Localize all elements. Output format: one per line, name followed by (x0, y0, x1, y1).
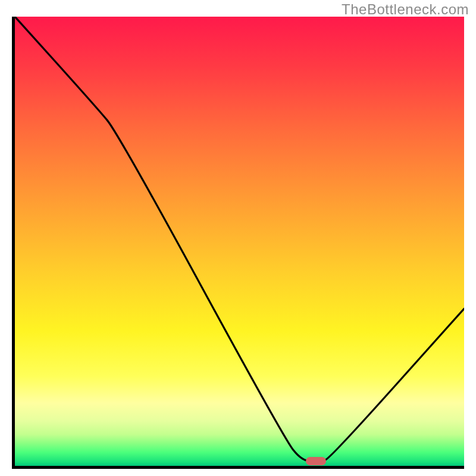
watermark-text: TheBottleneck.com (342, 1, 469, 18)
chart-frame: TheBottleneck.com (0, 0, 476, 476)
plot-area (12, 17, 464, 469)
bottleneck-curve (15, 17, 464, 462)
optimal-point-marker (306, 457, 326, 465)
curve-svg (15, 17, 464, 466)
